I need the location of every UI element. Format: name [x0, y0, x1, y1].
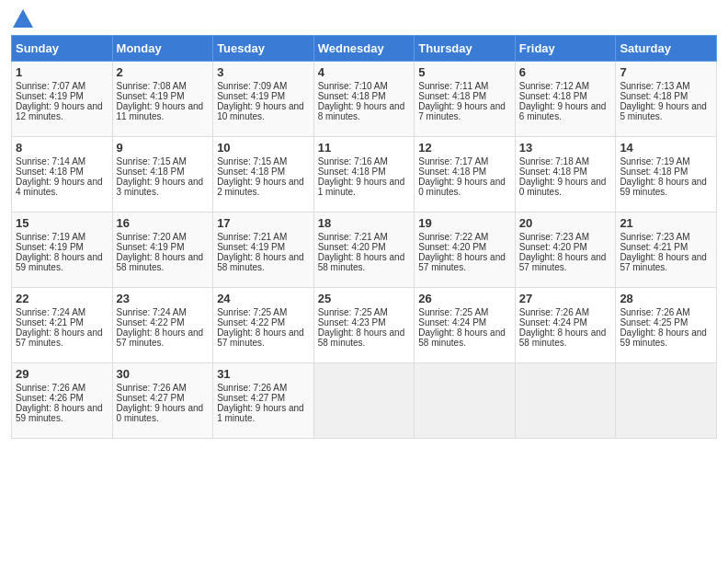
day-cell: 5Sunrise: 7:11 AMSunset: 4:18 PMDaylight…: [415, 62, 516, 137]
sunset: Sunset: 4:26 PM: [16, 393, 84, 403]
sunrise: Sunrise: 7:15 AM: [117, 156, 187, 167]
sunrise: Sunrise: 7:24 AM: [16, 307, 85, 317]
sunrise: Sunrise: 7:09 AM: [217, 81, 287, 91]
day-cell: 15Sunrise: 7:19 AMSunset: 4:19 PMDayligh…: [12, 213, 113, 288]
day-number: 1: [16, 65, 108, 79]
sunrise: Sunrise: 7:26 AM: [117, 383, 187, 393]
column-header-thursday: Thursday: [415, 36, 516, 62]
header-row: SundayMondayTuesdayWednesdayThursdayFrid…: [12, 36, 717, 62]
sunset: Sunset: 4:18 PM: [318, 91, 386, 101]
sunrise: Sunrise: 7:13 AM: [620, 81, 689, 91]
day-cell: 30Sunrise: 7:26 AMSunset: 4:27 PMDayligh…: [112, 363, 213, 439]
day-number: 8: [16, 141, 108, 155]
day-cell: 19Sunrise: 7:22 AMSunset: 4:20 PMDayligh…: [415, 213, 516, 288]
day-cell: 6Sunrise: 7:12 AMSunset: 4:18 PMDaylight…: [515, 62, 616, 137]
daylight: Daylight: 9 hours and 6 minutes.: [519, 101, 607, 121]
sunset: Sunset: 4:18 PM: [117, 167, 185, 177]
sunset: Sunset: 4:25 PM: [620, 317, 688, 327]
day-cell: 31Sunrise: 7:26 AMSunset: 4:27 PMDayligh…: [213, 363, 314, 439]
daylight: Daylight: 9 hours and 4 minutes.: [16, 177, 103, 197]
day-number: 14: [620, 141, 712, 155]
daylight: Daylight: 9 hours and 1 minute.: [318, 177, 405, 197]
column-header-wednesday: Wednesday: [313, 36, 415, 62]
sunset: Sunset: 4:18 PM: [620, 91, 688, 101]
day-cell: 25Sunrise: 7:25 AMSunset: 4:23 PMDayligh…: [313, 288, 415, 363]
sunrise: Sunrise: 7:15 AM: [217, 156, 287, 167]
day-number: 10: [217, 141, 310, 155]
logo-icon: [13, 9, 33, 28]
daylight: Daylight: 8 hours and 57 minutes.: [620, 252, 707, 272]
daylight: Daylight: 8 hours and 58 minutes.: [418, 327, 506, 348]
day-number: 11: [318, 141, 411, 155]
day-number: 16: [117, 216, 210, 230]
day-number: 21: [620, 216, 712, 230]
day-cell: 26Sunrise: 7:25 AMSunset: 4:24 PMDayligh…: [415, 288, 516, 363]
day-cell: 4Sunrise: 7:10 AMSunset: 4:18 PMDaylight…: [313, 62, 415, 137]
column-header-tuesday: Tuesday: [213, 36, 314, 62]
sunset: Sunset: 4:21 PM: [620, 242, 688, 252]
week-row-4: 22Sunrise: 7:24 AMSunset: 4:21 PMDayligh…: [12, 288, 717, 363]
sunset: Sunset: 4:22 PM: [117, 317, 185, 327]
day-cell: 21Sunrise: 7:23 AMSunset: 4:21 PMDayligh…: [616, 213, 717, 288]
day-number: 26: [418, 292, 511, 305]
svg-marker-0: [13, 9, 33, 28]
sunset: Sunset: 4:18 PM: [318, 167, 386, 177]
sunrise: Sunrise: 7:10 AM: [318, 81, 388, 91]
day-cell: 2Sunrise: 7:08 AMSunset: 4:19 PMDaylight…: [112, 62, 213, 137]
day-cell: 10Sunrise: 7:15 AMSunset: 4:18 PMDayligh…: [213, 137, 314, 213]
daylight: Daylight: 9 hours and 5 minutes.: [620, 101, 707, 121]
sunset: Sunset: 4:21 PM: [16, 317, 84, 327]
day-cell: 1Sunrise: 7:07 AMSunset: 4:19 PMDaylight…: [12, 62, 113, 137]
day-cell: 24Sunrise: 7:25 AMSunset: 4:22 PMDayligh…: [213, 288, 314, 363]
day-number: 19: [418, 216, 511, 230]
sunset: Sunset: 4:23 PM: [318, 317, 386, 327]
week-row-5: 29Sunrise: 7:26 AMSunset: 4:26 PMDayligh…: [12, 363, 717, 439]
day-number: 15: [16, 216, 108, 230]
week-row-2: 8Sunrise: 7:14 AMSunset: 4:18 PMDaylight…: [12, 137, 717, 213]
sunset: Sunset: 4:27 PM: [217, 393, 285, 403]
sunrise: Sunrise: 7:18 AM: [519, 156, 589, 167]
column-header-friday: Friday: [515, 36, 616, 62]
sunrise: Sunrise: 7:25 AM: [318, 307, 388, 317]
sunset: Sunset: 4:18 PM: [418, 167, 486, 177]
sunrise: Sunrise: 7:19 AM: [620, 156, 689, 167]
sunset: Sunset: 4:24 PM: [418, 317, 486, 327]
sunset: Sunset: 4:20 PM: [418, 242, 486, 252]
daylight: Daylight: 9 hours and 8 minutes.: [318, 101, 405, 121]
daylight: Daylight: 8 hours and 58 minutes.: [318, 327, 405, 348]
daylight: Daylight: 9 hours and 0 minutes.: [117, 403, 204, 423]
daylight: Daylight: 8 hours and 58 minutes.: [318, 252, 405, 272]
day-number: 23: [117, 292, 210, 305]
day-number: 6: [519, 65, 612, 79]
day-cell: 14Sunrise: 7:19 AMSunset: 4:18 PMDayligh…: [616, 137, 717, 213]
day-cell: 29Sunrise: 7:26 AMSunset: 4:26 PMDayligh…: [12, 363, 113, 439]
sunset: Sunset: 4:18 PM: [519, 91, 587, 101]
sunrise: Sunrise: 7:20 AM: [117, 232, 187, 242]
column-header-sunday: Sunday: [12, 36, 113, 62]
daylight: Daylight: 8 hours and 57 minutes.: [418, 252, 506, 272]
day-number: 30: [117, 367, 210, 381]
sunrise: Sunrise: 7:23 AM: [519, 232, 589, 242]
sunrise: Sunrise: 7:21 AM: [217, 232, 287, 242]
day-number: 3: [217, 65, 310, 79]
day-cell: 9Sunrise: 7:15 AMSunset: 4:18 PMDaylight…: [112, 137, 213, 213]
sunrise: Sunrise: 7:23 AM: [620, 232, 689, 242]
day-number: 28: [620, 292, 712, 305]
sunset: Sunset: 4:19 PM: [16, 242, 84, 252]
day-cell: [616, 363, 717, 439]
day-cell: 22Sunrise: 7:24 AMSunset: 4:21 PMDayligh…: [12, 288, 113, 363]
day-number: 25: [318, 292, 411, 305]
sunrise: Sunrise: 7:26 AM: [519, 307, 589, 317]
daylight: Daylight: 8 hours and 57 minutes.: [117, 327, 204, 348]
sunrise: Sunrise: 7:14 AM: [16, 156, 85, 167]
day-cell: 18Sunrise: 7:21 AMSunset: 4:20 PMDayligh…: [313, 213, 415, 288]
sunrise: Sunrise: 7:22 AM: [418, 232, 488, 242]
day-cell: 16Sunrise: 7:20 AMSunset: 4:19 PMDayligh…: [112, 213, 213, 288]
sunrise: Sunrise: 7:25 AM: [217, 307, 287, 317]
day-number: 7: [620, 65, 712, 79]
daylight: Daylight: 9 hours and 7 minutes.: [418, 101, 506, 121]
daylight: Daylight: 8 hours and 59 minutes.: [620, 177, 707, 197]
sunrise: Sunrise: 7:25 AM: [418, 307, 488, 317]
main-container: SundayMondayTuesdayWednesdayThursdayFrid…: [0, 0, 728, 446]
day-cell: [515, 363, 616, 439]
